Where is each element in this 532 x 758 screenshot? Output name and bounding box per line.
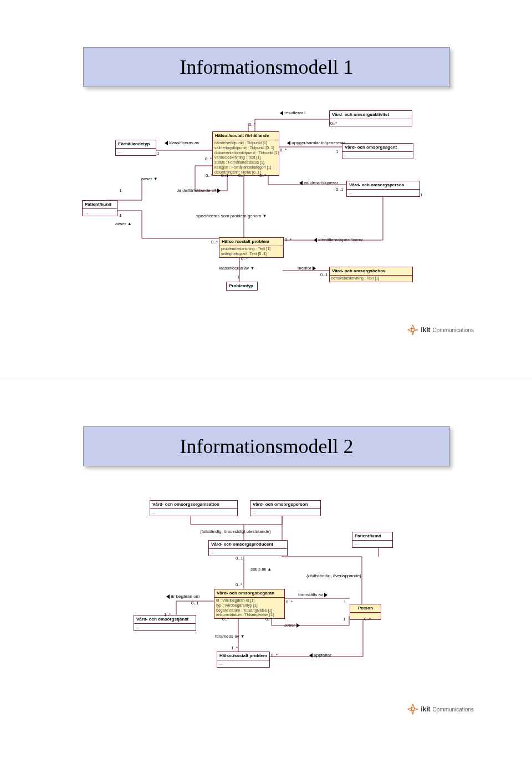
label-foranleds: föranleds av ▼ bbox=[215, 634, 245, 639]
slide-1: Informationsmodell 1 bbox=[0, 0, 532, 379]
entity-vard-behov: Vård- och omsorgsbehov behovsbeskrivning… bbox=[329, 267, 413, 282]
entity-vard-person: Vård- och omsorgsperson ... bbox=[346, 181, 420, 197]
entity-forhallandetyp: Förhållandetyp ... bbox=[115, 140, 156, 156]
label-uppger: uppger/samlar in/genererar bbox=[287, 140, 345, 145]
entity-vard-org: Vård- och omsorgsorganisation ... bbox=[150, 500, 238, 516]
entity-vard-aktivitet: Vård- och omsorgsaktivitet ... bbox=[329, 110, 412, 126]
svg-marker-3 bbox=[408, 708, 418, 711]
logo: ikit Communications bbox=[407, 324, 474, 335]
label-uppfattar: uppfattar bbox=[309, 653, 331, 658]
label-klass2: klassificeras av ▼ bbox=[219, 266, 254, 271]
diagram-1: Förhållandetyp ... Patient/kund ... Häls… bbox=[0, 0, 532, 379]
entity-problemtyp: Problemtyp bbox=[226, 282, 258, 291]
label-delforhallande: är delförhållande till bbox=[177, 188, 221, 193]
connector-lines bbox=[0, 0, 532, 379]
entity-patient-kund: Patient/kund ... bbox=[82, 200, 117, 216]
label-specificeras: specificeras som problem genom ▼ bbox=[196, 213, 267, 218]
label-resulterar: resulterar i bbox=[280, 110, 305, 115]
label-validerar: validerar/signerar bbox=[299, 180, 338, 185]
label-stalls-till: ställs till ▲ bbox=[250, 567, 272, 572]
entity-halso-problem: Hälso-/socialt problem ... bbox=[217, 652, 270, 668]
svg-marker-1 bbox=[408, 328, 418, 332]
logo: ikit Communications bbox=[407, 704, 474, 715]
label-constraint2: {ofullständig, överlappande} bbox=[306, 573, 361, 578]
label-avser-up: avser ▲ bbox=[115, 221, 132, 226]
entity-vard-agent: Vård- och omsorgsagent ... bbox=[342, 143, 413, 159]
entity-vard-person: Vård- och omsorgsperson ... bbox=[250, 500, 321, 516]
label-ar-begaran: är begäran om bbox=[166, 594, 200, 599]
label-framstalls: framställs av bbox=[298, 592, 328, 597]
label-medfor: medför bbox=[298, 266, 316, 271]
entity-patient-kund: Patient/kund ... bbox=[352, 532, 393, 548]
slide-2: Informationsmodell 2 Vård- och omsorgsor… bbox=[0, 379, 532, 758]
diagram-2: Vård- och omsorgsorganisation ... Vård- … bbox=[0, 379, 532, 758]
label-klassificeras: klassificeras av bbox=[165, 140, 199, 145]
svg-marker-2 bbox=[411, 704, 415, 714]
entity-vard-tjanst: Vård- och omsorgstjänst ... bbox=[134, 615, 196, 631]
entity-vard-producent: Vård- och omsorgsproducent ... bbox=[208, 540, 288, 556]
svg-marker-0 bbox=[411, 325, 415, 335]
label-identifierar: identifierar/specificerar bbox=[314, 237, 363, 242]
entity-halso-forhallande: Hälso-/socialt förhållande händelsetidpu… bbox=[212, 131, 279, 176]
entity-halso-problem: Hälso-/socialt problem problembeskrivnin… bbox=[219, 237, 284, 258]
label-avser-down: avser ▼ bbox=[141, 176, 158, 181]
label-avser: avser bbox=[284, 623, 300, 628]
entity-vard-begaran: Vård- och omsorgsbegäran id : Vårdbegära… bbox=[214, 589, 285, 619]
label-constraint1: {fullständig, ömsesidigt uteslutande} bbox=[200, 529, 271, 534]
